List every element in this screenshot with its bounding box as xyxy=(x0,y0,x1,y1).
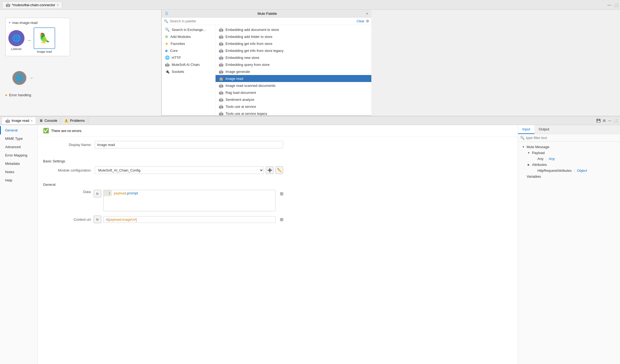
bottom-flow-area: 🌐 ← xyxy=(12,71,34,85)
bottom-tab-console[interactable]: 🖥 Console xyxy=(36,117,61,124)
palette-item-image-read[interactable]: 🤖 Image read xyxy=(216,75,371,82)
attributes-label: Attributes xyxy=(532,163,547,167)
attributes-expand[interactable]: ▶ xyxy=(527,162,531,167)
image-read-node[interactable]: 🦜 Image read xyxy=(34,27,55,53)
palette-item-8[interactable]: 🤖 Image read scanned documents xyxy=(216,82,371,89)
main-tab-close[interactable]: × xyxy=(57,3,58,6)
nav-error-mapping[interactable]: Error Mapping xyxy=(0,151,37,159)
bottom-tab-problems[interactable]: ⚠️ Problems xyxy=(61,117,88,124)
data-label: Data: xyxy=(43,190,91,194)
flow-nodes: 🌐 Listener → 🦜 Image read xyxy=(8,27,67,53)
display-name-section: Display Name: xyxy=(38,137,518,155)
item-icon-12: 🤖 xyxy=(219,111,223,115)
palette-gear-icon[interactable]: ⚙ xyxy=(366,19,369,23)
error-handling-label: Error handling xyxy=(9,93,31,97)
palette-item-2[interactable]: 🤖 Embedding get info from store xyxy=(216,40,371,47)
maximize-button[interactable]: ⬜ xyxy=(614,3,618,7)
palette-item-9[interactable]: 🤖 Rag load document xyxy=(216,89,371,96)
payload-expand[interactable]: ▼ xyxy=(527,151,531,155)
nav-help[interactable]: Help xyxy=(0,176,37,184)
palette-cat-exchange[interactable]: 🔍 Search in Exchange... xyxy=(162,26,215,33)
bottom-content: General MIME Type Advanced Error Mapping… xyxy=(0,125,620,364)
display-name-input[interactable] xyxy=(95,141,283,148)
favorites-icon: ★ xyxy=(165,41,168,46)
nav-general[interactable]: General xyxy=(0,126,37,134)
flow-group: ▼ mac-image-read 🌐 Listener → xyxy=(5,18,70,56)
module-config-edit-button[interactable]: ✏️ xyxy=(276,166,283,174)
tree-attributes[interactable]: ▶ Attributes xyxy=(521,162,617,167)
palette-item-3[interactable]: 🤖 Embedding get info from store legacy xyxy=(216,47,371,54)
layout-icon[interactable]: ⊞ xyxy=(603,119,606,123)
bottom-tabs-bar: 🤖 Image read × 🖥 Console ⚠️ Problems 💾 ⊞… xyxy=(0,116,620,125)
data-expand-button[interactable]: ⊞ xyxy=(278,190,285,197)
main-tab[interactable]: 🤖 *mulesoftai-chain-connector × xyxy=(2,1,62,8)
image-read-box: 🦜 xyxy=(34,27,55,49)
palette-item-4[interactable]: 🤖 Embedding new store xyxy=(216,54,371,61)
bottom-arrow: ← xyxy=(30,75,34,81)
palette-item-0[interactable]: 🤖 Embedding add document to store xyxy=(216,26,371,33)
minimize-button[interactable]: — xyxy=(607,3,611,7)
bottom-tab-image-read[interactable]: 🤖 Image read × xyxy=(2,117,36,124)
tree-payload[interactable]: ▼ Payload xyxy=(521,150,617,156)
palette-search-bar: 🔍 Clear ⚙ xyxy=(162,17,371,25)
mule-message-expand[interactable]: ▼ xyxy=(521,145,526,149)
item-icon-6: 🤖 xyxy=(219,69,223,74)
palette-search-input[interactable] xyxy=(170,19,355,23)
output-tab-output[interactable]: Output xyxy=(534,125,554,134)
palette-close-button[interactable]: × xyxy=(366,12,368,16)
data-field-row: Data: fx 1 payload.prompt xyxy=(43,190,512,211)
palette-clear-button[interactable]: Clear xyxy=(357,19,364,23)
maximize-bottom-icon[interactable]: ⬜ xyxy=(614,119,618,123)
nav-notes[interactable]: Notes xyxy=(0,168,37,176)
tree-variables[interactable]: ▷ Variables xyxy=(521,173,617,179)
output-search-input[interactable] xyxy=(526,136,618,140)
listener-node[interactable]: 🌐 Listener xyxy=(8,30,24,51)
error-handling[interactable]: ▶ Error handling xyxy=(5,93,31,97)
minimize-bottom-icon[interactable]: — xyxy=(608,119,611,123)
item-icon-1: 🤖 xyxy=(219,34,223,39)
item-icon-11: 🤖 xyxy=(219,104,223,109)
output-search-bar: 🔍 xyxy=(518,134,620,142)
basic-settings-section: Basic Settings Module configuration: Mul… xyxy=(38,155,518,183)
palette-cat-add-modules[interactable]: ⊕ Add Modules xyxy=(162,33,215,40)
palette-header: ☰ Mule Palette × xyxy=(162,10,371,17)
tree-mule-message[interactable]: ▼ Mule Message xyxy=(521,144,617,150)
context-url-expand-button[interactable]: ⊞ xyxy=(278,216,285,223)
palette-item-12[interactable]: 🤖 Tools use ai service legacy xyxy=(216,110,371,115)
module-config-select[interactable]: MuleSoft_AI_Chain_Config xyxy=(95,166,264,174)
any-type: Any xyxy=(549,157,555,161)
palette-search-icon: 🔍 xyxy=(164,19,168,23)
palette-cat-favorites[interactable]: ★ Favorites xyxy=(162,40,215,47)
payload-label: Payload xyxy=(532,151,545,155)
palette-cat-mulesoft-ai[interactable]: 🤖 MuleSoft AI Chain xyxy=(162,61,215,68)
config-header: ✅ There are no errors. xyxy=(38,125,518,137)
console-tab-icon: 🖥 xyxy=(39,119,43,123)
module-config-add-button[interactable]: ➕ xyxy=(266,166,273,174)
nav-advanced[interactable]: Advanced xyxy=(0,143,37,151)
data-fx-button[interactable]: fx xyxy=(94,190,101,197)
nav-mime-type[interactable]: MIME Type xyxy=(0,134,37,143)
palette-item-5[interactable]: 🤖 Embedding query from store xyxy=(216,61,371,68)
palette-cat-core[interactable]: ◆ Core xyxy=(162,47,215,54)
context-url-fx-button[interactable]: fx xyxy=(94,216,101,223)
tree-http-req: ▷ HttpRequestAttributes : Object xyxy=(521,167,617,173)
basic-settings-title: Basic Settings xyxy=(43,159,512,163)
output-tabs: Input Output xyxy=(518,125,620,134)
image-read-tab-close[interactable]: × xyxy=(31,119,33,122)
nav-metadata[interactable]: Metadata xyxy=(0,159,37,168)
palette-item-10[interactable]: 🤖 Sentiment analyze xyxy=(216,96,371,103)
context-url-input-container[interactable]: #[ payload.imageUrl ] xyxy=(103,216,276,223)
palette-cat-http[interactable]: 🌐 HTTP xyxy=(162,54,215,61)
palette-item-1[interactable]: 🤖 Embedding add folder to store xyxy=(216,33,371,40)
item-icon-4: 🤖 xyxy=(219,55,223,60)
data-code-editor[interactable]: 1 payload.prompt xyxy=(103,190,276,211)
palette-item-6[interactable]: 🤖 Image generate xyxy=(216,68,371,75)
palette-item-11[interactable]: 🤖 Tools use ai service xyxy=(216,103,371,110)
http-icon: 🌐 xyxy=(165,55,170,60)
item-icon-10: 🤖 xyxy=(219,97,223,102)
save-icon[interactable]: 💾 xyxy=(596,119,601,123)
output-panel: Input Output 🔍 ▼ Mule Message ▼ xyxy=(518,125,620,364)
palette-cat-sockets[interactable]: 🔌 Sockets xyxy=(162,68,215,75)
output-tab-input[interactable]: Input xyxy=(518,125,534,134)
top-bar: 🤖 *mulesoftai-chain-connector × — ⬜ xyxy=(0,0,620,10)
